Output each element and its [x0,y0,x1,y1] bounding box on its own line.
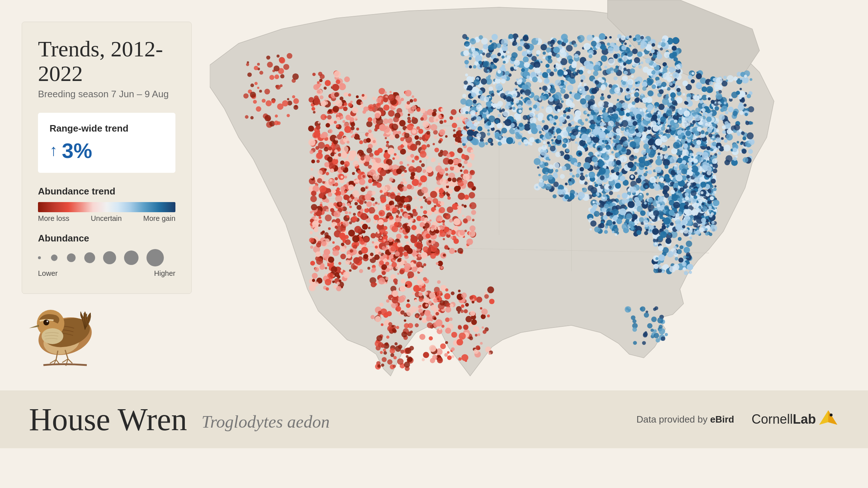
footer-credit: Data provided by eBird [637,414,734,425]
dots-container [38,249,175,266]
main-area: Trends, 2012-2022 Breeding season 7 Jun … [0,0,868,390]
svg-marker-17 [828,410,837,425]
info-card: Trends, 2012-2022 Breeding season 7 Jun … [22,22,192,294]
trend-box: Range-wide trend ↑ 3% [38,113,175,173]
trend-arrow-icon: ↑ [50,143,58,159]
cornell-text: CornellLab [752,412,816,427]
cornell-bird-svg [817,408,839,430]
trend-value: ↑ 3% [50,138,164,163]
footer: House Wren Troglodytes aedon Data provid… [0,390,868,448]
svg-line-15 [68,359,72,363]
trend-box-label: Range-wide trend [50,123,164,134]
gain-label: More gain [143,214,175,223]
cornell-normal: Cornell [752,412,793,427]
footer-right: Data provided by eBird CornellLab [637,408,839,430]
footer-bird-name: House Wren [29,401,187,438]
dot-3 [67,253,76,262]
dot-6 [124,251,139,265]
color-bar [38,202,175,212]
dots-labels: Lower Higher [38,269,175,278]
abundance-label: Abundance [38,233,175,244]
svg-point-18 [830,414,833,416]
bird-svg [14,289,116,369]
footer-latin-name: Troglodytes aedon [201,407,329,432]
loss-label: More loss [38,214,69,223]
dot-2 [51,254,58,261]
svg-point-6 [47,321,48,322]
trend-percent: 3% [62,138,92,163]
uncertain-label: Uncertain [91,214,122,223]
dot-7 [146,249,164,266]
map-canvas [210,0,868,390]
cornell-logo: CornellLab [752,408,839,430]
dot-1 [38,256,41,259]
dot-4 [84,252,95,263]
map-area [210,0,868,390]
left-panel: Trends, 2012-2022 Breeding season 7 Jun … [0,0,210,390]
chart-title: Trends, 2012-2022 [38,37,175,86]
bird-illustration [14,289,116,369]
svg-point-5 [44,320,49,325]
chart-subtitle: Breeding season 7 Jun – 9 Aug [38,89,175,100]
dot-5 [103,251,116,264]
ebird-text: eBird [710,414,734,425]
color-bar-container: More loss Uncertain More gain [38,202,175,223]
cornell-bold: Lab [793,412,816,427]
color-bar-labels: More loss Uncertain More gain [38,214,175,223]
higher-label: Higher [154,269,175,278]
abundance-trend-label: Abundance trend [38,186,175,197]
lower-label: Lower [38,269,58,278]
